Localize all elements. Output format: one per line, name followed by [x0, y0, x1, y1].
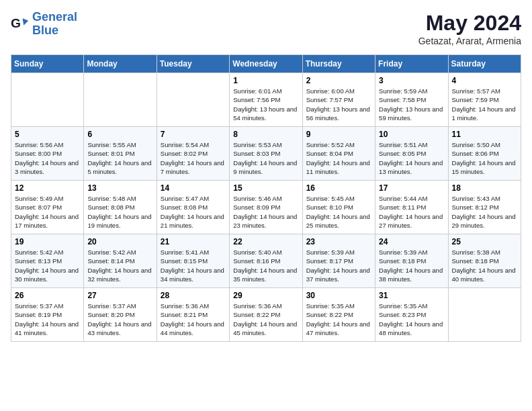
- day-info: Sunrise: 5:43 AMSunset: 8:12 PMDaylight:…: [452, 194, 517, 230]
- calendar-cell: 23Sunrise: 5:39 AMSunset: 8:17 PMDayligh…: [302, 234, 375, 288]
- calendar-cell: 6Sunrise: 5:55 AMSunset: 8:01 PMDaylight…: [84, 127, 157, 181]
- calendar-cell: 4Sunrise: 5:57 AMSunset: 7:59 PMDaylight…: [448, 73, 521, 127]
- day-info: Sunrise: 5:35 AMSunset: 8:23 PMDaylight:…: [379, 302, 444, 337]
- day-info: Sunrise: 5:38 AMSunset: 8:18 PMDaylight:…: [452, 248, 517, 283]
- day-number: 27: [87, 291, 152, 300]
- day-info: Sunrise: 5:50 AMSunset: 8:06 PMDaylight:…: [452, 140, 517, 176]
- day-number: 4: [452, 76, 517, 85]
- calendar-cell: 30Sunrise: 5:35 AMSunset: 8:22 PMDayligh…: [302, 288, 375, 342]
- calendar-week-row: 5Sunrise: 5:56 AMSunset: 8:00 PMDaylight…: [11, 127, 521, 181]
- day-number: 7: [161, 130, 226, 139]
- calendar-cell: 17Sunrise: 5:44 AMSunset: 8:11 PMDayligh…: [375, 181, 448, 234]
- day-info: Sunrise: 5:56 AMSunset: 8:00 PMDaylight:…: [15, 140, 80, 176]
- day-number: 15: [233, 183, 298, 193]
- day-info: Sunrise: 5:45 AMSunset: 8:10 PMDaylight:…: [306, 194, 371, 230]
- calendar-cell: 25Sunrise: 5:38 AMSunset: 8:18 PMDayligh…: [448, 234, 521, 288]
- day-number: 14: [161, 183, 226, 193]
- calendar-cell: 28Sunrise: 5:36 AMSunset: 8:21 PMDayligh…: [157, 288, 229, 342]
- calendar-cell: 15Sunrise: 5:46 AMSunset: 8:09 PMDayligh…: [230, 181, 302, 234]
- calendar-cell: 2Sunrise: 6:00 AMSunset: 7:57 PMDaylight…: [302, 73, 375, 127]
- logo-icon: G: [11, 15, 30, 34]
- calendar-cell: 27Sunrise: 5:37 AMSunset: 8:20 PMDayligh…: [84, 288, 157, 342]
- calendar-week-row: 19Sunrise: 5:42 AMSunset: 8:13 PMDayligh…: [11, 234, 521, 288]
- calendar-body: 1Sunrise: 6:01 AMSunset: 7:56 PMDaylight…: [11, 73, 521, 342]
- day-info: Sunrise: 5:36 AMSunset: 8:22 PMDaylight:…: [233, 302, 298, 337]
- calendar-cell: 1Sunrise: 6:01 AMSunset: 7:56 PMDaylight…: [230, 73, 302, 127]
- day-info: Sunrise: 5:42 AMSunset: 8:13 PMDaylight:…: [15, 248, 80, 283]
- day-info: Sunrise: 5:36 AMSunset: 8:21 PMDaylight:…: [161, 302, 226, 337]
- day-info: Sunrise: 5:55 AMSunset: 8:01 PMDaylight:…: [87, 140, 152, 176]
- svg-marker-1: [23, 18, 29, 26]
- day-info: Sunrise: 5:44 AMSunset: 8:11 PMDaylight:…: [379, 194, 444, 230]
- month-title: May 2024: [418, 11, 521, 36]
- calendar-cell: 9Sunrise: 5:52 AMSunset: 8:04 PMDaylight…: [302, 127, 375, 181]
- day-info: Sunrise: 5:37 AMSunset: 8:20 PMDaylight:…: [87, 302, 152, 337]
- calendar-cell: 24Sunrise: 5:39 AMSunset: 8:18 PMDayligh…: [375, 234, 448, 288]
- day-number: 12: [15, 183, 80, 193]
- day-number: 8: [233, 130, 298, 139]
- calendar-cell: 20Sunrise: 5:42 AMSunset: 8:14 PMDayligh…: [84, 234, 157, 288]
- day-info: Sunrise: 5:59 AMSunset: 7:58 PMDaylight:…: [379, 87, 444, 122]
- calendar-cell: 11Sunrise: 5:50 AMSunset: 8:06 PMDayligh…: [448, 127, 521, 181]
- weekday-header-row: Sunday Monday Tuesday Wednesday Thursday…: [11, 55, 521, 73]
- svg-text:G: G: [11, 16, 21, 30]
- title-block: May 2024 Getazat, Ararat, Armenia: [418, 11, 521, 46]
- day-info: Sunrise: 5:52 AMSunset: 8:04 PMDaylight:…: [306, 140, 371, 176]
- calendar-cell: [448, 288, 521, 342]
- day-info: Sunrise: 5:41 AMSunset: 8:15 PMDaylight:…: [161, 248, 226, 283]
- day-number: 5: [15, 130, 80, 139]
- day-number: 17: [379, 183, 444, 193]
- day-info: Sunrise: 5:49 AMSunset: 8:07 PMDaylight:…: [15, 194, 80, 230]
- calendar-table: Sunday Monday Tuesday Wednesday Thursday…: [11, 54, 521, 342]
- page-header: G General Blue May 2024 Getazat, Ararat,…: [11, 11, 521, 46]
- day-number: 22: [233, 237, 298, 246]
- day-number: 16: [306, 183, 371, 193]
- day-number: 1: [233, 76, 298, 85]
- day-number: 26: [15, 291, 80, 300]
- day-number: 30: [306, 291, 371, 300]
- calendar-cell: 21Sunrise: 5:41 AMSunset: 8:15 PMDayligh…: [157, 234, 229, 288]
- calendar-cell: 8Sunrise: 5:53 AMSunset: 8:03 PMDaylight…: [230, 127, 302, 181]
- day-info: Sunrise: 6:01 AMSunset: 7:56 PMDaylight:…: [233, 87, 298, 122]
- day-number: 3: [379, 76, 444, 85]
- calendar-cell: 16Sunrise: 5:45 AMSunset: 8:10 PMDayligh…: [302, 181, 375, 234]
- day-number: 19: [15, 237, 80, 246]
- calendar-cell: 5Sunrise: 5:56 AMSunset: 8:00 PMDaylight…: [11, 127, 84, 181]
- calendar-cell: 19Sunrise: 5:42 AMSunset: 8:13 PMDayligh…: [11, 234, 84, 288]
- day-number: 23: [306, 237, 371, 246]
- day-info: Sunrise: 5:51 AMSunset: 8:05 PMDaylight:…: [379, 140, 444, 176]
- day-info: Sunrise: 6:00 AMSunset: 7:57 PMDaylight:…: [306, 87, 371, 122]
- calendar-week-row: 1Sunrise: 6:01 AMSunset: 7:56 PMDaylight…: [11, 73, 521, 127]
- day-info: Sunrise: 5:39 AMSunset: 8:18 PMDaylight:…: [379, 248, 444, 283]
- calendar-cell: [11, 73, 84, 127]
- day-number: 6: [87, 130, 152, 139]
- header-tuesday: Tuesday: [157, 55, 229, 73]
- day-number: 24: [379, 237, 444, 246]
- calendar-week-row: 26Sunrise: 5:37 AMSunset: 8:19 PMDayligh…: [11, 288, 521, 342]
- header-wednesday: Wednesday: [230, 55, 302, 73]
- header-monday: Monday: [84, 55, 157, 73]
- calendar-cell: [84, 73, 157, 127]
- header-saturday: Saturday: [448, 55, 521, 73]
- day-number: 18: [452, 183, 517, 193]
- calendar-cell: 22Sunrise: 5:40 AMSunset: 8:16 PMDayligh…: [230, 234, 302, 288]
- logo: G General Blue: [11, 11, 77, 38]
- day-info: Sunrise: 5:54 AMSunset: 8:02 PMDaylight:…: [161, 140, 226, 176]
- calendar-cell: 18Sunrise: 5:43 AMSunset: 8:12 PMDayligh…: [448, 181, 521, 234]
- header-friday: Friday: [375, 55, 448, 73]
- day-number: 21: [161, 237, 226, 246]
- day-number: 28: [161, 291, 226, 300]
- calendar-cell: 7Sunrise: 5:54 AMSunset: 8:02 PMDaylight…: [157, 127, 229, 181]
- day-info: Sunrise: 5:47 AMSunset: 8:08 PMDaylight:…: [161, 194, 226, 230]
- calendar-cell: 29Sunrise: 5:36 AMSunset: 8:22 PMDayligh…: [230, 288, 302, 342]
- day-number: 29: [233, 291, 298, 300]
- day-info: Sunrise: 5:48 AMSunset: 8:08 PMDaylight:…: [87, 194, 152, 230]
- day-info: Sunrise: 5:37 AMSunset: 8:19 PMDaylight:…: [15, 302, 80, 337]
- day-info: Sunrise: 5:46 AMSunset: 8:09 PMDaylight:…: [233, 194, 298, 230]
- calendar-cell: 12Sunrise: 5:49 AMSunset: 8:07 PMDayligh…: [11, 181, 84, 234]
- day-info: Sunrise: 5:53 AMSunset: 8:03 PMDaylight:…: [233, 140, 298, 176]
- day-number: 9: [306, 130, 371, 139]
- calendar-cell: 14Sunrise: 5:47 AMSunset: 8:08 PMDayligh…: [157, 181, 229, 234]
- day-info: Sunrise: 5:42 AMSunset: 8:14 PMDaylight:…: [87, 248, 152, 283]
- header-thursday: Thursday: [302, 55, 375, 73]
